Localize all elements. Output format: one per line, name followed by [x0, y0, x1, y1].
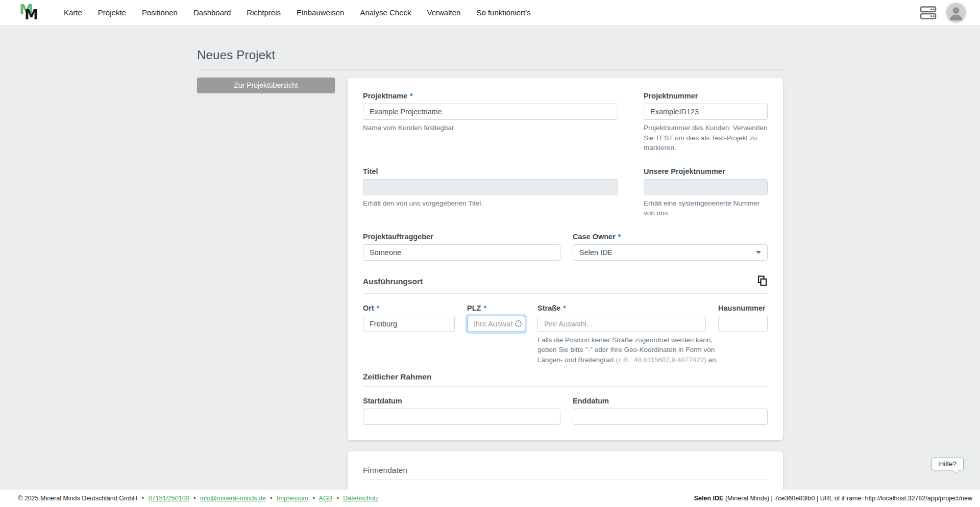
- help-button-label: Hilfe?: [939, 460, 957, 468]
- back-to-projects-button[interactable]: Zur Projektübersicht: [197, 78, 335, 93]
- projektauftraggeber-input[interactable]: [363, 244, 560, 261]
- footer-session-details: (Mineral Minds) | 7ce360e83fb0 | URL of …: [723, 495, 972, 502]
- unsere-projektnummer-field: Unsere Projektnummer Erhält eine systemg…: [644, 167, 768, 218]
- unsere-projektnummer-label: Unsere Projektnummer: [644, 167, 725, 175]
- footer-separator: •: [193, 495, 195, 502]
- project-form-card: Projektname * Name vom Kunden festlegbar…: [348, 78, 783, 440]
- firmendaten-heading: Firmendaten: [363, 466, 768, 475]
- footer-link-impressum[interactable]: Impressum: [277, 495, 308, 502]
- main-nav: Karte Projekte Positionen Dashboard Rich…: [64, 8, 531, 17]
- footer-left: © 2025 Mineral Minds Deutschland GmbH • …: [18, 495, 379, 502]
- unsere-projektnummer-helper: Erhält eine systemgenerierte Nummer von …: [644, 198, 768, 218]
- logo-m-black-icon: M: [24, 8, 38, 21]
- case-owner-selected-value: Selen IDE: [579, 248, 612, 257]
- strasse-label: Straße: [537, 304, 560, 312]
- nav-item-so-funktionierts[interactable]: So funktioniert's: [476, 8, 530, 17]
- footer-separator: •: [336, 495, 338, 502]
- case-owner-field: Case Owner * Selen IDE: [573, 233, 768, 261]
- enddatum-label: Enddatum: [573, 397, 609, 405]
- top-navbar: M M Karte Projekte Positionen Dashboard …: [0, 0, 980, 26]
- section-divider: [363, 386, 768, 387]
- nav-item-karte[interactable]: Karte: [64, 8, 82, 17]
- nav-item-einbauweisen[interactable]: Einbauweisen: [297, 8, 344, 17]
- required-asterisk: *: [563, 304, 566, 312]
- ort-label: Ort: [363, 304, 374, 312]
- footer-separator: •: [142, 495, 144, 502]
- footer-user-name: Selen IDE: [694, 495, 724, 502]
- ausfuehrungsort-heading: Ausführungsort: [363, 277, 423, 286]
- left-column: Zur Projektübersicht: [197, 78, 348, 93]
- required-asterisk: *: [618, 233, 621, 241]
- projektnummer-label: Projektnummer: [644, 92, 698, 100]
- hausnummer-label: Hausnummer: [718, 304, 766, 312]
- plz-label: PLZ: [467, 304, 481, 312]
- projektnummer-field: Projektnummer Projektnummer des Kunden. …: [644, 92, 768, 153]
- footer-link-phone[interactable]: 07151/250100: [149, 495, 189, 502]
- strasse-helper-suffix: an.: [706, 356, 718, 364]
- footer-link-agb[interactable]: AGB: [319, 495, 332, 502]
- titel-field: Titel Erhält den von uns vorgegebenen Ti…: [363, 167, 618, 218]
- strasse-input[interactable]: [537, 316, 706, 332]
- case-owner-label: Case Owner: [573, 233, 616, 241]
- ort-field: Ort *: [363, 304, 455, 365]
- startdatum-input[interactable]: [363, 409, 560, 425]
- enddatum-field: Enddatum: [573, 397, 768, 425]
- section-divider: [363, 293, 768, 294]
- projektauftraggeber-field: Projektauftraggeber: [363, 233, 560, 261]
- footer-link-email[interactable]: info@mineral-minds.de: [200, 495, 266, 502]
- enddatum-input[interactable]: [573, 409, 768, 425]
- titel-input: [363, 179, 618, 195]
- app-root: M M Karte Projekte Positionen Dashboard …: [0, 0, 980, 507]
- hausnummer-field: Hausnummer: [718, 304, 768, 365]
- copyright-text: © 2025 Mineral Minds Deutschland GmbH: [18, 495, 137, 502]
- content-area: Neues Projekt Zur Projektübersicht Proje…: [0, 26, 980, 490]
- footer-session-info: Selen IDE (Mineral Minds) | 7ce360e83fb0…: [694, 495, 972, 502]
- required-asterisk: *: [410, 92, 412, 100]
- copy-icon[interactable]: [757, 275, 768, 289]
- required-asterisk: *: [377, 304, 379, 312]
- help-button[interactable]: Hilfe?: [932, 458, 964, 470]
- titel-helper: Erhält den von uns vorgegebenen Titel.: [363, 198, 618, 209]
- startdatum-label: Startdatum: [363, 397, 402, 405]
- projektname-field: Projektname * Name vom Kunden festlegbar: [363, 92, 618, 153]
- firmendaten-card: Firmendaten: [348, 451, 783, 490]
- nav-item-projekte[interactable]: Projekte: [98, 8, 126, 17]
- zeitlicher-rahmen-heading: Zeitlicher Rahmen: [363, 372, 431, 382]
- projektnummer-helper: Projektnummer des Kunden. Verwenden Sie …: [644, 123, 768, 153]
- nav-item-verwalten[interactable]: Verwalten: [427, 8, 461, 17]
- projektnummer-input[interactable]: [644, 104, 768, 120]
- hausnummer-input[interactable]: [718, 316, 768, 332]
- projektauftraggeber-label: Projektauftraggeber: [363, 233, 433, 241]
- nav-item-richtpreis[interactable]: Richtpreis: [247, 8, 281, 17]
- user-avatar[interactable]: [946, 3, 966, 22]
- ort-input[interactable]: [363, 316, 455, 332]
- mineral-minds-logo[interactable]: M M: [18, 1, 41, 24]
- footer-separator: •: [270, 495, 272, 502]
- chevron-down-icon: [756, 251, 761, 254]
- required-asterisk: *: [483, 304, 486, 312]
- server-icon[interactable]: [920, 6, 937, 20]
- titel-label: Titel: [363, 167, 378, 175]
- footer-separator: •: [312, 495, 314, 502]
- projektname-helper: Name vom Kunden festlegbar: [363, 123, 618, 133]
- case-owner-select[interactable]: Selen IDE: [573, 244, 768, 261]
- projektname-label: Projektname: [363, 92, 407, 100]
- section-divider: [363, 479, 768, 480]
- footer-link-datenschutz[interactable]: Datenschutz: [343, 495, 378, 502]
- title-divider: [197, 69, 783, 70]
- loading-spinner-icon: [515, 320, 522, 327]
- strasse-helper: Falls die Position keiner Straße zugeord…: [537, 335, 722, 365]
- unsere-projektnummer-input: [644, 179, 768, 195]
- footer: © 2025 Mineral Minds Deutschland GmbH • …: [0, 490, 980, 507]
- plz-field: PLZ *: [467, 304, 525, 365]
- projektname-input[interactable]: [363, 104, 618, 120]
- strasse-helper-example: (z.B.: 48.8115607,9.4077422): [616, 356, 706, 364]
- nav-item-dashboard[interactable]: Dashboard: [193, 8, 231, 17]
- nav-item-positionen[interactable]: Positionen: [142, 8, 178, 17]
- startdatum-field: Startdatum: [363, 397, 560, 425]
- nav-item-analyse-check[interactable]: Analyse Check: [360, 8, 411, 17]
- strasse-field: Straße * Falls die Position keiner Straß…: [537, 304, 706, 365]
- navbar-right: [920, 3, 966, 22]
- page-title: Neues Projekt: [197, 48, 783, 62]
